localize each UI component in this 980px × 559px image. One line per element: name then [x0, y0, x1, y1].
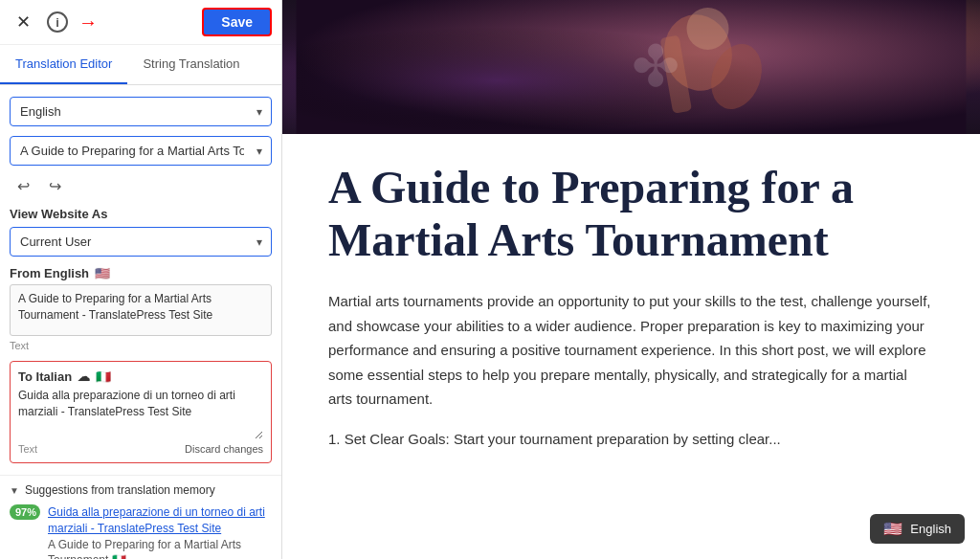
to-flag: 🇮🇹: [96, 369, 111, 384]
current-user-select-wrapper[interactable]: Current User: [10, 227, 272, 257]
undo-redo-bar: ↩ ↪: [10, 175, 272, 197]
badge-flag: 🇺🇸: [883, 520, 902, 538]
language-select[interactable]: English: [10, 97, 272, 126]
from-section: From English 🇺🇸 Text: [10, 266, 272, 351]
post-select[interactable]: A Guide to Preparing for a Martial Arts …: [10, 136, 272, 166]
undo-button[interactable]: ↩: [13, 175, 33, 197]
language-select-wrapper[interactable]: English: [10, 97, 272, 126]
to-field-type: Text: [18, 443, 37, 455]
close-button[interactable]: ✕: [10, 9, 36, 35]
from-flag: 🇺🇸: [95, 266, 110, 280]
tabs-bar: Translation Editor String Translation: [0, 45, 281, 85]
article-body: Martial arts tournaments provide an oppo…: [328, 289, 934, 412]
to-header: To Italian ☁ 🇮🇹: [18, 369, 263, 384]
from-header: From English 🇺🇸: [10, 266, 272, 280]
left-panel: ✕ i → Save Translation Editor String Tra…: [0, 0, 282, 559]
suggestions-section: ▼ Suggestions from translation memory 97…: [0, 475, 281, 559]
close-icon: ✕: [16, 11, 31, 33]
right-panel: ✤ A Guide to Preparing for a Martial Art…: [282, 0, 980, 559]
suggestion-item: 97% Guida alla preparazione di un torneo…: [10, 504, 272, 559]
post-select-wrapper[interactable]: A Guide to Preparing for a Martial Arts …: [10, 136, 272, 166]
to-label: To Italian: [18, 369, 72, 384]
to-section: To Italian ☁ 🇮🇹 Text Discard changes: [18, 369, 263, 455]
discard-button[interactable]: Discard changes: [185, 443, 263, 455]
match-badge: 97%: [10, 504, 40, 520]
from-text-area: [10, 284, 272, 336]
view-website-label: View Website As: [10, 207, 272, 221]
info-icon: i: [47, 11, 68, 33]
svg-text:✤: ✤: [632, 35, 679, 99]
suggestion-text: Guida alla preparazione di un torneo di …: [48, 504, 272, 559]
article-list: 1. Set Clear Goals: Start your tournamen…: [328, 427, 934, 452]
tab-translation-editor[interactable]: Translation Editor: [0, 45, 127, 84]
cloud-icon[interactable]: ☁: [78, 369, 90, 384]
suggestion-main-line[interactable]: Guida alla preparazione di un torneo di …: [48, 504, 272, 537]
redo-button[interactable]: ↪: [45, 175, 65, 197]
info-button[interactable]: i: [44, 9, 71, 35]
article-title: A Guide to Preparing for a Martial Arts …: [328, 161, 934, 266]
hero-image: ✤: [282, 0, 980, 134]
suggestions-triangle: ▼: [10, 485, 19, 496]
language-badge[interactable]: 🇺🇸 English: [870, 514, 965, 544]
tab-string-translation[interactable]: String Translation: [127, 45, 255, 84]
suggestions-toggle[interactable]: ▼ Suggestions from translation memory: [10, 483, 272, 497]
suggestions-label: Suggestions from translation memory: [25, 483, 215, 497]
to-text-area[interactable]: [18, 388, 263, 439]
view-website-section: View Website As Current User: [10, 207, 272, 257]
content-area: A Guide to Preparing for a Martial Arts …: [282, 134, 980, 489]
save-button[interactable]: Save: [202, 8, 272, 36]
to-section-wrapper: To Italian ☁ 🇮🇹 Text Discard changes: [10, 361, 272, 463]
svg-point-5: [687, 8, 729, 50]
discard-row: Text Discard changes: [18, 443, 263, 455]
from-label: From English: [10, 266, 89, 280]
from-field-type: Text: [10, 340, 272, 351]
panel-body: English A Guide to Preparing for a Marti…: [0, 85, 281, 475]
arrow-indicator: →: [78, 11, 98, 34]
hero-image-inner: ✤: [282, 0, 980, 134]
badge-label: English: [910, 522, 951, 536]
suggestion-sub-line: A Guide to Preparing for a Martial Arts …: [48, 537, 272, 559]
header-bar: ✕ i → Save: [0, 0, 281, 45]
current-user-select[interactable]: Current User: [10, 227, 272, 257]
